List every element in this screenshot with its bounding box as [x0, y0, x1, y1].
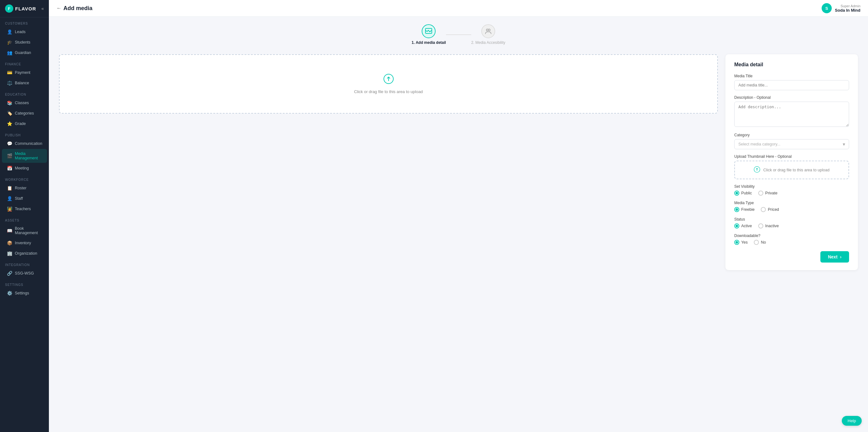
main-area: ← Add media S Super Admin Soda In Mind	[49, 0, 868, 432]
visibility-private-label: Private	[765, 191, 777, 195]
description-group: Description - Optional	[734, 95, 849, 128]
category-select[interactable]: Select media category... Video Audio Doc…	[734, 139, 849, 149]
sidebar-item-categories[interactable]: 🏷️ Categories	[2, 108, 47, 118]
sidebar-item-teachers[interactable]: 🧑‍🏫 Teachers	[2, 204, 47, 214]
topbar-right: S Super Admin Soda In Mind	[822, 3, 861, 13]
book-management-icon: 📖	[7, 228, 12, 233]
step-2-icon	[481, 24, 495, 38]
thumbnail-label: Upload Thumbnail Here - Optional	[734, 154, 849, 159]
logo[interactable]: F FLAVOR	[5, 4, 36, 12]
media-type-priced-radio[interactable]	[761, 207, 766, 212]
sidebar-section-settings: SETTINGS	[0, 279, 49, 288]
sidebar-item-label-ssg-wsg: SSG-WSG	[15, 271, 34, 276]
sidebar-item-roster[interactable]: 📋 Roster	[2, 183, 47, 193]
step-2[interactable]: 2. Media Accesibility	[471, 24, 505, 45]
visibility-radio-group: Public Private	[734, 191, 849, 196]
sidebar-item-label-categories: Categories	[15, 111, 34, 115]
step-1[interactable]: 1. Add media detail	[412, 24, 446, 45]
media-type-freebie-option[interactable]: Freebie	[734, 207, 754, 212]
status-active-label: Active	[741, 224, 752, 228]
next-button-label: Next	[828, 254, 837, 259]
sidebar-item-organization[interactable]: 🏢 Organization	[2, 248, 47, 258]
sidebar-section-education: EDUCATION	[0, 88, 49, 97]
visibility-public-radio[interactable]	[734, 191, 739, 196]
thumbnail-upload-area[interactable]: Click or drag file to this area to uploa…	[734, 161, 849, 179]
media-title-label: Media Title	[734, 74, 849, 78]
downloadable-no-option[interactable]: No	[754, 240, 766, 245]
media-title-input[interactable]	[734, 80, 849, 90]
sidebar-item-inventory[interactable]: 📦 Inventory	[2, 238, 47, 248]
sidebar-item-label-students: Students	[15, 40, 30, 45]
media-type-priced-option[interactable]: Priced	[761, 207, 779, 212]
sidebar-item-media-management[interactable]: 🎬 Media Management	[2, 149, 47, 163]
category-select-wrapper: Select media category... Video Audio Doc…	[734, 139, 849, 149]
file-upload-area[interactable]: Click or drag file to this area to uploa…	[59, 54, 718, 114]
status-active-option[interactable]: Active	[734, 223, 752, 228]
downloadable-yes-radio[interactable]	[734, 240, 739, 245]
teachers-icon: 🧑‍🏫	[7, 206, 12, 211]
user-role: Super Admin	[835, 4, 861, 8]
user-avatar: S	[822, 3, 832, 13]
sidebar-item-book-management[interactable]: 📖 Book Management	[2, 224, 47, 238]
description-input[interactable]	[734, 102, 849, 127]
visibility-private-option[interactable]: Private	[758, 191, 777, 196]
payment-icon: 💳	[7, 70, 12, 75]
user-info: Super Admin Soda In Mind	[835, 4, 861, 12]
media-type-label: Media Type	[734, 201, 849, 205]
staff-icon: 👤	[7, 196, 12, 201]
sidebar-item-label-meeting: Meeting	[15, 166, 29, 170]
sidebar-collapse-button[interactable]: «	[41, 6, 44, 11]
category-group: Category Select media category... Video …	[734, 133, 849, 149]
step-1-label: 1. Add media detail	[412, 40, 446, 45]
status-inactive-radio[interactable]	[758, 223, 763, 228]
sidebar-item-classes[interactable]: 📚 Classes	[2, 98, 47, 108]
sidebar-item-communication[interactable]: 💬 Communication	[2, 139, 47, 149]
sidebar: F FLAVOR « CUSTOMERS 👤 Leads 🎓 Students …	[0, 0, 49, 432]
sidebar-item-grade[interactable]: ⭐ Grade	[2, 119, 47, 129]
logo-icon: F	[5, 4, 13, 12]
visibility-public-option[interactable]: Public	[734, 191, 752, 196]
sidebar-section-workforce: WORKFORCE	[0, 174, 49, 183]
help-button[interactable]: Help	[842, 416, 862, 426]
organization-icon: 🏢	[7, 251, 12, 256]
sidebar-item-settings[interactable]: ⚙️ Settings	[2, 288, 47, 298]
status-active-radio[interactable]	[734, 223, 739, 228]
step-1-icon	[422, 24, 436, 38]
sidebar-item-staff[interactable]: 👤 Staff	[2, 194, 47, 204]
status-inactive-option[interactable]: Inactive	[758, 223, 779, 228]
meeting-icon: 📅	[7, 166, 12, 171]
sidebar-item-label-book-management: Book Management	[15, 226, 42, 235]
sidebar-item-students[interactable]: 🎓 Students	[2, 37, 47, 47]
next-button[interactable]: Next ›	[820, 251, 849, 263]
thumbnail-upload-icon	[754, 166, 760, 174]
media-management-icon: 🎬	[7, 153, 12, 159]
grade-icon: ⭐	[7, 121, 12, 126]
sidebar-item-label-classes: Classes	[15, 100, 29, 105]
categories-icon: 🏷️	[7, 111, 12, 116]
user-name: Soda In Mind	[835, 8, 861, 12]
sidebar-item-balance[interactable]: ⚖️ Balance	[2, 78, 47, 88]
balance-icon: ⚖️	[7, 81, 12, 86]
sidebar-item-ssg-wsg[interactable]: 🔗 SSG-WSG	[2, 268, 47, 278]
back-arrow: ←	[57, 5, 62, 11]
visibility-private-radio[interactable]	[758, 191, 763, 196]
sidebar-item-meeting[interactable]: 📅 Meeting	[2, 163, 47, 173]
category-label: Category	[734, 133, 849, 137]
sidebar-item-payment[interactable]: 💳 Payment	[2, 67, 47, 78]
guardian-icon: 👥	[7, 50, 12, 55]
status-label: Status	[734, 217, 849, 222]
media-detail-panel: Media detail Media Title Description - O…	[725, 54, 858, 270]
media-type-freebie-radio[interactable]	[734, 207, 739, 212]
downloadable-no-radio[interactable]	[754, 240, 759, 245]
back-button[interactable]: ← Add media	[57, 5, 92, 12]
sidebar-item-label-media-management: Media Management	[15, 151, 42, 160]
thumbnail-group: Upload Thumbnail Here - Optional Click o…	[734, 154, 849, 179]
visibility-group: Set Visibility Public Private	[734, 184, 849, 196]
sidebar-item-guardian[interactable]: 👥 Guardian	[2, 48, 47, 58]
status-inactive-label: Inactive	[765, 224, 779, 228]
sidebar-item-label-payment: Payment	[15, 70, 30, 75]
sidebar-item-leads[interactable]: 👤 Leads	[2, 27, 47, 37]
visibility-label: Set Visibility	[734, 184, 849, 189]
downloadable-yes-option[interactable]: Yes	[734, 240, 747, 245]
next-btn-area: Next ›	[734, 251, 849, 263]
